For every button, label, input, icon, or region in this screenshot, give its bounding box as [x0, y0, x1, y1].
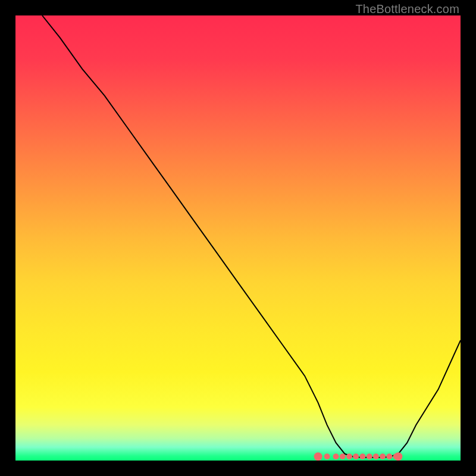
optimal-dot: [340, 453, 346, 459]
optimal-dot: [333, 453, 339, 459]
optimal-dot: [380, 453, 386, 459]
optimal-dot: [359, 453, 365, 459]
optimal-dot: [314, 452, 322, 461]
chart-plot-area: [15, 15, 461, 461]
optimal-dot: [394, 452, 402, 461]
optimal-dot: [373, 453, 379, 459]
optimal-dot: [324, 453, 330, 459]
optimal-region-dots: [15, 15, 461, 461]
optimal-dot: [367, 453, 372, 459]
optimal-dot: [386, 453, 392, 459]
optimal-dot: [346, 453, 352, 459]
optimal-dot: [353, 453, 359, 459]
attribution-label: TheBottleneck.com: [355, 2, 459, 16]
